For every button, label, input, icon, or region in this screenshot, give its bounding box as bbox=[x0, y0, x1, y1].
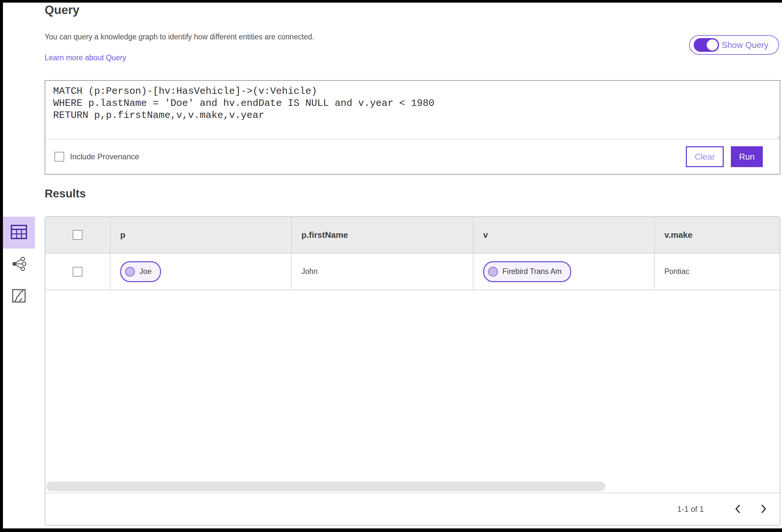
query-footer: Include Provenance Clear Run bbox=[45, 139, 780, 174]
next-page-button[interactable] bbox=[761, 504, 767, 515]
column-header-p-firstname[interactable]: p.firstName bbox=[301, 230, 348, 240]
previous-page-button[interactable] bbox=[735, 504, 741, 515]
show-query-label: Show Query bbox=[722, 40, 768, 50]
map-view-button[interactable] bbox=[3, 281, 35, 312]
query-code-input[interactable]: MATCH (p:Person)-[hv:HasVehicle]->(v:Veh… bbox=[45, 81, 780, 139]
cell-p-firstname: John bbox=[301, 267, 318, 276]
screen: Query You can query a knowledge graph to… bbox=[0, 0, 782, 532]
node-pill-label: Joe bbox=[139, 267, 151, 276]
table-view-button[interactable] bbox=[3, 217, 35, 249]
pagination-bar: 1-1 of 1 bbox=[45, 493, 780, 525]
results-table-panel: p p.firstName v v.make Joe John bbox=[45, 216, 780, 526]
results-view-rail bbox=[3, 217, 35, 312]
node-dot-icon bbox=[488, 267, 498, 277]
pagination-range-label: 1-1 of 1 bbox=[677, 505, 704, 514]
run-button[interactable]: Run bbox=[731, 146, 763, 167]
row-checkbox[interactable] bbox=[73, 267, 82, 277]
clear-button[interactable]: Clear bbox=[686, 146, 724, 167]
query-page: Query You can query a knowledge graph to… bbox=[3, 3, 782, 528]
page-title: Query bbox=[45, 3, 79, 17]
node-pill-label: Firebird Trans Am bbox=[502, 267, 562, 276]
chevron-right-icon bbox=[761, 504, 767, 515]
graph-view-icon bbox=[11, 257, 26, 272]
column-header-v[interactable]: v bbox=[483, 230, 488, 240]
table-view-icon bbox=[10, 224, 27, 241]
toggle-knob bbox=[707, 39, 718, 50]
select-all-checkbox[interactable] bbox=[73, 230, 82, 240]
node-pill-person[interactable]: Joe bbox=[120, 261, 161, 282]
node-dot-icon bbox=[125, 267, 135, 277]
show-query-toggle[interactable]: Show Query bbox=[689, 35, 779, 55]
map-view-icon bbox=[12, 289, 26, 304]
query-actions: Clear Run bbox=[686, 146, 763, 167]
chevron-left-icon bbox=[735, 504, 741, 515]
horizontal-scrollbar-thumb[interactable] bbox=[46, 482, 605, 491]
column-header-p[interactable]: p bbox=[120, 230, 126, 240]
cell-v-make: Pontiac bbox=[664, 267, 689, 276]
query-panel: MATCH (p:Person)-[hv:HasVehicle]->(v:Veh… bbox=[45, 80, 780, 175]
results-title: Results bbox=[45, 187, 86, 200]
node-pill-vehicle[interactable]: Firebird Trans Am bbox=[483, 261, 571, 282]
page-description: You can query a knowledge graph to ident… bbox=[45, 33, 314, 41]
graph-view-button[interactable] bbox=[3, 249, 35, 281]
include-provenance-option[interactable]: Include Provenance bbox=[55, 152, 139, 162]
include-provenance-label: Include Provenance bbox=[70, 152, 139, 161]
include-provenance-checkbox[interactable] bbox=[55, 152, 64, 162]
column-header-v-make[interactable]: v.make bbox=[664, 230, 692, 240]
learn-more-link[interactable]: Learn more about Query bbox=[45, 54, 127, 62]
table-header-row: p p.firstName v v.make bbox=[45, 217, 780, 253]
table-row: Joe John Firebird Trans Am Pontiac bbox=[45, 253, 780, 290]
toggle-switch-icon[interactable] bbox=[694, 38, 719, 52]
